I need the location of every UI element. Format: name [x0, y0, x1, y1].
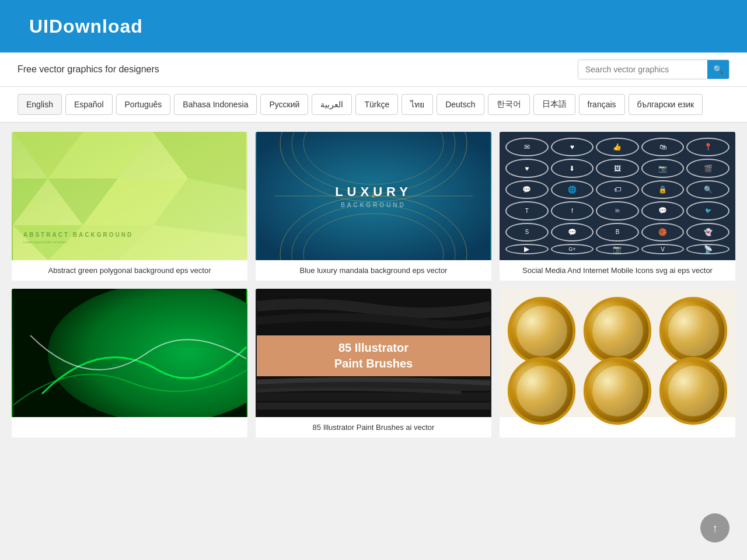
site-tagline: Free vector graphics for designers — [18, 64, 159, 75]
icon-lock: 🔒 — [641, 180, 685, 199]
icon-tumblr: T — [505, 201, 549, 220]
icon-mail: ✉ — [505, 138, 549, 156]
search-box: 🔍 — [578, 60, 729, 79]
icon-whatsapp: 💬 — [551, 223, 594, 242]
lang-btn-français[interactable]: français — [579, 94, 625, 115]
polygon-text-abstract: ABSTRACT BACKGROUND — [23, 232, 133, 238]
card-luxury-image: LUXURY BACKGROUND — [256, 132, 491, 260]
icon-dribbble: 🏀 — [641, 223, 685, 242]
icon-rss: 📡 — [686, 244, 729, 254]
search-icon: 🔍 — [713, 65, 723, 74]
luxury-main-text: LUXURY — [335, 184, 412, 200]
icon-messenger: 💬 — [641, 201, 685, 220]
svg-point-38 — [592, 366, 643, 416]
back-to-top-button[interactable]: ↑ — [700, 513, 729, 542]
polygon-lorem: Lorem ipsum dolor sit amet... — [23, 240, 133, 244]
card-polygon[interactable]: ABSTRACT BACKGROUND Lorem ipsum dolor si… — [12, 132, 247, 281]
card-luxury-label: Blue luxury mandala background eps vecto… — [256, 260, 491, 281]
lang-btn-deutsch[interactable]: Deutsch — [437, 94, 484, 115]
svg-point-36 — [516, 366, 567, 416]
lang-btn-български-език[interactable]: български език — [629, 94, 703, 115]
lang-btn-ไทย[interactable]: ไทย — [402, 94, 433, 115]
card-medals[interactable] — [500, 289, 735, 438]
icon-search: 🔍 — [686, 180, 729, 199]
icon-location: 📍 — [686, 138, 729, 156]
medal-5 — [581, 355, 654, 427]
icon-globe: 🌐 — [551, 180, 594, 199]
svg-point-32 — [592, 306, 643, 356]
icon-shop: 🛍 — [641, 138, 685, 156]
card-green-wave-label — [12, 417, 247, 429]
brushes-svg: 85 Illustrator Paint Brushes — [256, 289, 491, 417]
lang-btn-日本語[interactable]: 日本語 — [533, 94, 575, 115]
icon-tag: 🏷 — [596, 180, 639, 199]
logo[interactable]: UIDownload — [18, 10, 155, 43]
card-polygon-label: Abstract green polygonal background eps … — [12, 260, 247, 281]
card-luxury[interactable]: LUXURY BACKGROUND Blue luxury mandala ba… — [256, 132, 491, 281]
icon-heart2: ♥ — [505, 159, 549, 177]
icon-image: 🖼 — [596, 159, 639, 177]
lang-btn-한국어[interactable]: 한국어 — [488, 94, 530, 115]
search-button[interactable]: 🔍 — [707, 60, 729, 79]
main-content: ABSTRACT BACKGROUND Lorem ipsum dolor si… — [0, 123, 747, 447]
lang-btn-english[interactable]: English — [18, 94, 62, 115]
card-medals-image — [500, 289, 735, 417]
icon-vimeo: V — [641, 244, 685, 254]
lang-btn-العربية[interactable]: العربية — [312, 94, 352, 115]
card-social-image: ✉ ♥ 👍 🛍 📍 ♥ ⬇ 🖼 📷 🎬 💬 🌐 🏷 🔒 🔍 T f — [500, 132, 735, 260]
icon-snapchat: 👻 — [686, 223, 729, 242]
logo-text: UIDownload — [29, 16, 143, 37]
luxury-sub-text: BACKGROUND — [335, 202, 412, 208]
svg-text:85 Illustrator: 85 Illustrator — [338, 341, 409, 354]
icon-gplus: G+ — [551, 244, 594, 254]
svg-point-30 — [516, 306, 567, 356]
icon-download: ⬇ — [551, 159, 594, 177]
icon-linkedin: in — [596, 201, 639, 220]
cards-grid: ABSTRACT BACKGROUND Lorem ipsum dolor si… — [12, 132, 735, 438]
subheader: Free vector graphics for designers 🔍 — [0, 52, 747, 87]
card-social[interactable]: ✉ ♥ 👍 🛍 📍 ♥ ⬇ 🖼 📷 🎬 💬 🌐 🏷 🔒 🔍 T f — [500, 132, 735, 281]
card-social-label: Social Media And Internet Mobile Icons s… — [500, 260, 735, 281]
icon-heart: ♥ — [551, 138, 594, 156]
icon-instagram: 📷 — [596, 244, 639, 254]
card-green-wave[interactable] — [12, 289, 247, 438]
lang-btn-español[interactable]: Español — [65, 94, 113, 115]
search-input[interactable] — [578, 60, 707, 79]
svg-point-34 — [668, 306, 719, 356]
card-brushes[interactable]: 85 Illustrator Paint Brushes 85 Illustra… — [256, 289, 491, 438]
green-wave-svg — [12, 289, 247, 417]
lang-btn-português[interactable]: Português — [116, 94, 171, 115]
icon-like: 👍 — [596, 138, 639, 156]
language-nav: EnglishEspañolPortuguêsBahasa IndonesiaР… — [0, 87, 747, 123]
medal-6 — [657, 355, 729, 427]
icon-twitter: 🐦 — [686, 201, 729, 220]
svg-point-40 — [668, 366, 719, 416]
polygon-title: ABSTRACT BACKGROUND Lorem ipsum dolor si… — [23, 232, 133, 244]
icon-video: 🎬 — [686, 159, 729, 177]
lang-btn-türkçe[interactable]: Türkçe — [355, 94, 398, 115]
lang-btn-русский[interactable]: Русский — [260, 94, 308, 115]
card-green-wave-image — [12, 289, 247, 417]
svg-rect-28 — [257, 402, 490, 410]
site-header: UIDownload — [0, 0, 747, 52]
icon-blogger: B — [596, 223, 639, 242]
back-to-top-icon: ↑ — [712, 522, 718, 535]
icon-facebook: f — [551, 201, 594, 220]
icon-camera: 📷 — [641, 159, 685, 177]
icon-youtube: ▶ — [505, 244, 549, 254]
card-polygon-image: ABSTRACT BACKGROUND Lorem ipsum dolor si… — [12, 132, 247, 260]
card-brushes-label: 85 Illustrator Paint Brushes ai vector — [256, 417, 491, 438]
luxury-center-text: LUXURY BACKGROUND — [335, 184, 412, 208]
icon-chat: 💬 — [505, 180, 549, 199]
card-brushes-image: 85 Illustrator Paint Brushes — [256, 289, 491, 417]
medal-4 — [505, 355, 578, 427]
svg-text:Paint Brushes: Paint Brushes — [334, 357, 413, 370]
icon-skype: S — [505, 223, 549, 242]
lang-btn-bahasa-indonesia[interactable]: Bahasa Indonesia — [174, 94, 257, 115]
